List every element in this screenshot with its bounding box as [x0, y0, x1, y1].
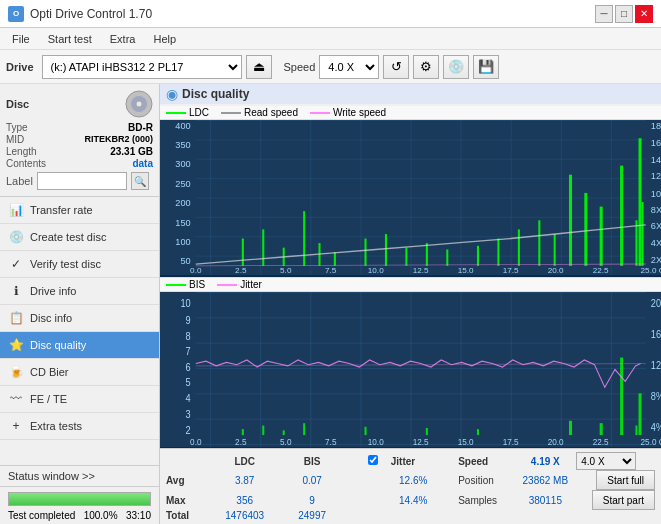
- svg-text:2.5: 2.5: [235, 267, 246, 275]
- nav-disc-info[interactable]: 📋 Disc info: [0, 305, 159, 332]
- total-ldc: 1476403: [211, 510, 278, 521]
- svg-rect-92: [639, 393, 642, 435]
- svg-rect-88: [569, 421, 572, 435]
- refresh-button[interactable]: ↺: [383, 55, 409, 79]
- nav-cd-bier[interactable]: 🍺 CD Bier: [0, 359, 159, 386]
- jitter-checkbox[interactable]: [368, 455, 378, 465]
- close-button[interactable]: ✕: [635, 5, 653, 23]
- menu-start-test[interactable]: Start test: [40, 31, 100, 47]
- label-edit-button[interactable]: 🔍: [131, 172, 149, 190]
- title-bar: O Opti Drive Control 1.70 ─ □ ✕: [0, 0, 661, 28]
- extra-tests-icon: +: [8, 418, 24, 434]
- speed-label: Speed: [284, 61, 316, 73]
- nav-drive-info[interactable]: ℹ Drive info: [0, 278, 159, 305]
- svg-text:20%: 20%: [651, 298, 661, 310]
- svg-text:200: 200: [175, 198, 190, 207]
- max-label: Max: [166, 490, 211, 510]
- app-icon: O: [8, 6, 24, 22]
- main-content: Disc Type BD-R MID RITEKBR2 (000) Length…: [0, 84, 661, 524]
- jitter-header: Jitter: [391, 452, 458, 470]
- svg-rect-33: [262, 229, 264, 265]
- svg-text:300: 300: [175, 160, 190, 169]
- toolbar: Drive (k:) ATAPI iHBS312 2 PL17 ⏏ Speed …: [0, 50, 661, 84]
- svg-text:15.0: 15.0: [458, 267, 474, 275]
- svg-text:5.0: 5.0: [280, 436, 291, 447]
- svg-text:7: 7: [186, 346, 192, 358]
- avg-ldc: 3.87: [211, 470, 278, 490]
- avg-bis: 0.07: [278, 470, 345, 490]
- svg-text:10.0: 10.0: [368, 436, 384, 447]
- maximize-button[interactable]: □: [615, 5, 633, 23]
- svg-text:7.5: 7.5: [325, 267, 336, 275]
- type-value: BD-R: [128, 122, 153, 133]
- svg-text:14X: 14X: [651, 155, 661, 164]
- avg-label: Avg: [166, 470, 211, 490]
- nav-extra-tests[interactable]: + Extra tests: [0, 413, 159, 440]
- progress-pct: 100.0%: [84, 510, 118, 521]
- nav-disc-quality[interactable]: ⭐ Disc quality: [0, 332, 159, 359]
- svg-text:100: 100: [175, 237, 190, 246]
- disc-info-icon: 📋: [8, 310, 24, 326]
- svg-text:400: 400: [175, 122, 190, 131]
- window-controls: ─ □ ✕: [595, 5, 653, 23]
- start-full-button[interactable]: Start full: [596, 470, 655, 490]
- stats-table: LDC BIS Jitter Speed 4.19 X 4.0 X: [166, 452, 655, 521]
- svg-rect-53: [639, 138, 642, 266]
- menu-extra[interactable]: Extra: [102, 31, 144, 47]
- legend-bis: BIS: [166, 279, 205, 290]
- svg-text:9: 9: [186, 315, 192, 327]
- svg-text:4: 4: [186, 392, 192, 404]
- svg-text:17.5: 17.5: [503, 436, 519, 447]
- nav-verify-test-disc[interactable]: ✓ Verify test disc: [0, 251, 159, 278]
- save-button[interactable]: 💾: [473, 55, 499, 79]
- status-window-button[interactable]: Status window >>: [0, 466, 159, 487]
- svg-text:12.5: 12.5: [413, 436, 429, 447]
- disc-image: [125, 90, 153, 118]
- svg-rect-86: [426, 428, 428, 435]
- svg-rect-37: [334, 252, 336, 266]
- drive-info-icon: ℹ: [8, 283, 24, 299]
- samples-val: 380115: [514, 490, 576, 510]
- menu-file[interactable]: File: [4, 31, 38, 47]
- chart-title: Disc quality: [182, 87, 249, 101]
- svg-rect-54: [642, 202, 644, 266]
- svg-rect-41: [426, 243, 428, 266]
- svg-text:8: 8: [186, 330, 192, 342]
- label-input[interactable]: [37, 172, 127, 190]
- stats-panel: LDC BIS Jitter Speed 4.19 X 4.0 X: [160, 448, 661, 524]
- sidebar: Disc Type BD-R MID RITEKBR2 (000) Length…: [0, 84, 160, 524]
- svg-rect-49: [584, 193, 587, 266]
- minimize-button[interactable]: ─: [595, 5, 613, 23]
- svg-text:4X: 4X: [651, 238, 661, 247]
- svg-rect-91: [635, 426, 637, 436]
- svg-text:25.0 GB: 25.0 GB: [641, 267, 661, 275]
- speed-quality-select[interactable]: 4.0 X: [576, 452, 636, 470]
- mid-value: RITEKBR2 (000): [84, 134, 153, 145]
- svg-text:16X: 16X: [651, 138, 661, 147]
- svg-text:8X: 8X: [651, 205, 661, 214]
- eject-button[interactable]: ⏏: [246, 55, 272, 79]
- start-part-button[interactable]: Start part: [592, 490, 655, 510]
- svg-rect-87: [477, 429, 479, 435]
- avg-jitter: 12.6%: [368, 470, 458, 490]
- max-bis: 9: [278, 490, 345, 510]
- menu-help[interactable]: Help: [145, 31, 184, 47]
- disc-button[interactable]: 💿: [443, 55, 469, 79]
- disc-title: Disc: [6, 98, 29, 110]
- svg-rect-42: [446, 249, 448, 265]
- drive-selector[interactable]: (k:) ATAPI iHBS312 2 PL17: [42, 55, 242, 79]
- nav-create-test-disc[interactable]: 💿 Create test disc: [0, 224, 159, 251]
- svg-rect-39: [385, 234, 387, 266]
- svg-rect-45: [518, 229, 520, 265]
- legend-write: Write speed: [310, 107, 386, 118]
- nav-fe-te[interactable]: 〰 FE / TE: [0, 386, 159, 413]
- speed-selector[interactable]: 4.0 X: [319, 55, 379, 79]
- top-chart-svg: 400 350 300 250 200 150 100 50 18X 16X 1…: [160, 120, 661, 275]
- nav-transfer-rate[interactable]: 📊 Transfer rate: [0, 197, 159, 224]
- settings-button[interactable]: ⚙: [413, 55, 439, 79]
- mid-label: MID: [6, 134, 24, 145]
- svg-rect-51: [620, 166, 623, 266]
- legend-ldc: LDC: [166, 107, 209, 118]
- svg-text:10.0: 10.0: [368, 267, 384, 275]
- svg-rect-46: [538, 220, 540, 266]
